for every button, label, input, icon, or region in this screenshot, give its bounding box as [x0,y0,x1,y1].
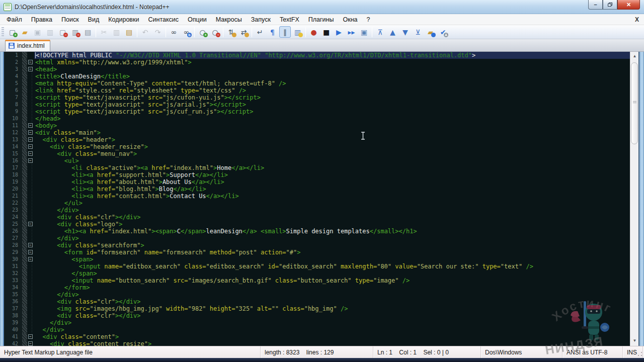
bookmark-margin[interactable] [22,52,27,59]
toolbar-nav-previous-button[interactable]: ▲ [387,26,398,38]
toolbar-doc-switcher-button[interactable]: ▰ [425,26,436,38]
bookmark-margin[interactable] [22,101,27,108]
menu-item-search[interactable]: Поиск [57,14,84,25]
fold-margin[interactable]: − [27,66,34,73]
bookmark-margin[interactable] [22,228,27,235]
fold-marker[interactable]: − [28,250,33,254]
toolbar-new-file-button[interactable]: ▢+ [7,26,18,38]
bookmark-margin[interactable] [22,221,27,228]
toolbar-show-indent-guide-button[interactable]: ∥ [279,26,291,38]
toolbar-save-all-button[interactable]: ▥ [44,26,56,38]
bookmark-margin[interactable] [22,298,27,305]
fold-margin[interactable] [27,193,34,200]
menu-item-help[interactable]: ? [362,14,375,25]
fold-margin[interactable] [27,305,34,312]
fold-marker[interactable]: − [28,144,33,149]
toolbar-zoom-in-button[interactable]: ○+ [197,26,208,38]
menu-item-window[interactable]: Окна [338,14,362,25]
bookmark-margin[interactable] [22,214,27,221]
minimize-button[interactable]: – [588,0,603,10]
toolbar-find-button[interactable]: ∞ [168,26,180,38]
bookmark-margin[interactable] [22,249,27,256]
fold-margin[interactable]: − [27,122,34,129]
bookmark-margin[interactable] [22,171,27,178]
toolbar-macro-save-button[interactable]: ▣ [358,26,370,38]
toolbar-spell-check-button[interactable]: ✔A [437,26,449,38]
fold-margin[interactable] [27,284,34,291]
bookmark-margin[interactable] [22,87,27,94]
toolbar-close-all-button[interactable]: ▥− [69,26,81,38]
toolbar-paste-button[interactable]: ▤ [123,26,135,38]
fold-marker[interactable]: − [28,334,33,339]
bookmark-margin[interactable] [22,129,27,136]
bookmark-margin[interactable] [22,200,27,207]
menu-item-encoding[interactable]: Кодировки [104,14,143,25]
toolbar-nav-first-button[interactable]: ⊼ [374,26,386,38]
bookmark-margin[interactable] [22,143,27,150]
toolbar-word-wrap-button[interactable]: ↵ [254,26,266,38]
bookmark-margin[interactable] [22,178,27,186]
toolbar-macro-stop-button[interactable]: ■ [320,26,332,38]
scrollbar-thumb[interactable] [631,62,638,144]
bookmark-margin[interactable] [22,312,27,319]
tab-index.html[interactable]: index.html [5,40,50,51]
fold-marker[interactable]: − [28,151,33,156]
bookmark-margin[interactable] [22,186,27,193]
bookmark-margin[interactable] [22,326,27,333]
menu-item-plugins[interactable]: Плагины [304,14,339,25]
toolbar-sync-vertical-scroll-button[interactable]: ⇅ [225,26,237,38]
fold-margin[interactable]: − [27,221,34,228]
bookmark-margin[interactable] [22,115,27,122]
fold-margin[interactable]: − [27,340,34,346]
toolbar-close-document-button[interactable]: ▢− [57,26,68,38]
fold-marker[interactable]: − [28,158,33,163]
fold-margin[interactable] [27,263,34,270]
bookmark-margin[interactable] [22,270,27,277]
fold-margin[interactable] [27,171,34,178]
fold-marker[interactable]: − [28,222,33,226]
fold-margin[interactable] [27,277,34,284]
bookmark-margin[interactable] [22,319,27,326]
toolbar-macro-play-multiple-button[interactable]: ▸▸ [346,26,357,38]
bookmark-margin[interactable] [22,207,27,214]
bookmark-margin[interactable] [22,291,27,298]
toolbar-cut-button[interactable]: ✂ [98,26,110,38]
toolbar-replace-button[interactable]: ∞b [181,26,192,38]
toolbar-macro-play-button[interactable]: ▶ [333,26,345,38]
fold-marker[interactable]: − [28,130,33,135]
bookmark-margin[interactable] [22,193,27,200]
fold-margin[interactable] [27,80,34,87]
bookmark-margin[interactable] [22,136,27,143]
menu-item-run[interactable]: Запуск [247,14,275,25]
fold-margin[interactable] [27,228,34,235]
restore-button[interactable] [603,0,617,10]
toolbar-copy-button[interactable]: ▥ [111,26,122,38]
bookmark-margin[interactable] [22,122,27,129]
bookmark-margin[interactable] [22,340,27,346]
fold-marker[interactable]: − [28,123,33,128]
bookmark-margin[interactable] [22,277,27,284]
toolbar-save-button[interactable]: ▣ [32,26,43,38]
fold-margin[interactable] [27,291,34,298]
toolbar-nav-last-button[interactable]: ⊻ [412,26,424,38]
menu-item-view[interactable]: Вид [84,14,104,25]
fold-marker[interactable]: − [28,243,33,247]
toolbar-macro-record-button[interactable]: ● [308,26,319,38]
fold-margin[interactable] [27,101,34,108]
scroll-up-arrow[interactable]: ▲ [630,52,639,60]
bookmark-margin[interactable] [22,242,27,249]
bookmark-margin[interactable] [22,256,27,263]
toolbar-nav-next-button[interactable]: ▼ [399,26,411,38]
fold-margin[interactable] [27,164,34,171]
toolbar-function-list-button[interactable]: ▥ [292,26,303,38]
menu-item-settings[interactable]: Опции [183,14,211,25]
resize-grip[interactable] [637,351,643,357]
toolbar-print-button[interactable]: ▤ [82,26,94,38]
fold-margin[interactable] [27,94,34,101]
fold-margin[interactable] [27,108,34,115]
bookmark-margin[interactable] [22,80,27,87]
fold-margin[interactable] [27,87,34,94]
bookmark-margin[interactable] [22,305,27,312]
fold-marker[interactable]: − [28,60,33,64]
bookmark-margin[interactable] [22,73,27,80]
